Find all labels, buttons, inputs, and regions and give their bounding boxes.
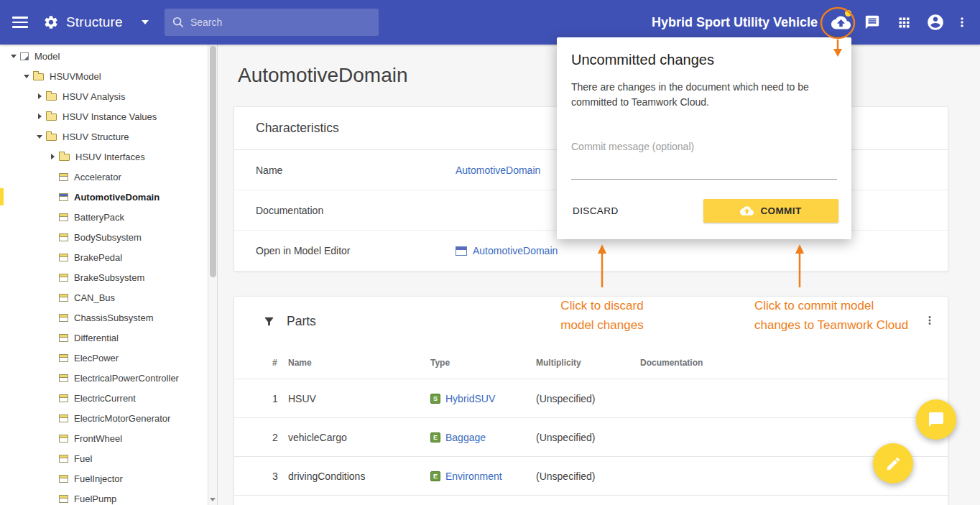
block-icon xyxy=(59,213,68,221)
commit-message-placeholder: Commit message (optional) xyxy=(571,141,694,152)
part-type-link[interactable]: HybridSUV xyxy=(445,393,495,404)
tree-item-brakesubsystem[interactable]: BrakeSubsystem xyxy=(0,267,208,287)
tree-item-brakepedal[interactable]: BrakePedal xyxy=(0,247,208,267)
tree-item-label: BrakeSubsystem xyxy=(74,272,144,283)
model-tree: ModelHSUVModelHSUV AnalysisHSUV Instance… xyxy=(0,45,208,505)
collapsed-arrow-icon[interactable] xyxy=(46,154,59,159)
tree-item-bodysubsystem[interactable]: BodySubsystem xyxy=(0,227,208,247)
parts-header: Parts xyxy=(234,297,948,346)
collapsed-arrow-icon[interactable] xyxy=(33,113,46,119)
tree-item-label: ElectricalPowerController xyxy=(74,373,179,384)
commit-message-field[interactable]: Commit message (optional) xyxy=(571,141,837,180)
tree-item-label: FuelPump xyxy=(74,494,116,504)
tree-item-fuel[interactable]: Fuel xyxy=(0,448,208,468)
tree-item-label: Accelerator xyxy=(74,172,121,182)
sidebar-scrollbar[interactable] xyxy=(208,45,217,505)
gear-icon xyxy=(43,14,59,30)
tree-item-hsuv-structure[interactable]: HSUV Structure xyxy=(0,126,208,147)
tree-item-label: HSUV Structure xyxy=(63,131,129,142)
block-icon xyxy=(59,314,68,322)
tree-item-model[interactable]: Model xyxy=(0,46,208,66)
tree-item-electriccurrent[interactable]: ElectricCurrent xyxy=(0,388,208,408)
view-switcher[interactable]: Structure xyxy=(43,14,149,30)
block-icon xyxy=(59,414,68,422)
comments-button[interactable] xyxy=(856,6,888,38)
kebab-icon xyxy=(955,15,969,29)
tree-item-label: Model xyxy=(34,51,60,62)
document-title: Hybrid Sport Utility Vehicle xyxy=(652,15,818,30)
parts-menu-button[interactable] xyxy=(919,310,940,331)
tree-item-hsuv-instance-values[interactable]: HSUV Instance Values xyxy=(0,106,208,126)
menu-button[interactable] xyxy=(4,6,36,38)
tree-item-label: AutomotiveDomain xyxy=(74,192,160,203)
uncommitted-changes-button[interactable] xyxy=(825,6,856,38)
value-link[interactable]: AutomotiveDomain xyxy=(456,165,540,176)
tree-item-label: FuelInjector xyxy=(74,473,123,484)
part-multiplicity: (Unspecified) xyxy=(536,432,640,443)
block-icon xyxy=(59,334,68,342)
search-icon xyxy=(172,16,185,29)
type-icon: E xyxy=(430,432,440,443)
value-link[interactable]: AutomotiveDomain xyxy=(473,245,558,256)
part-name: vehicleCargo xyxy=(288,432,430,443)
chat-icon xyxy=(864,14,880,30)
folder-icon xyxy=(33,73,44,80)
edit-fab[interactable] xyxy=(873,443,913,483)
tree-item-differential[interactable]: Differential xyxy=(0,328,208,348)
tree-item-electricalpowercontroller[interactable]: ElectricalPowerController xyxy=(0,368,208,388)
part-type-link[interactable]: Environment xyxy=(445,471,502,482)
tree-item-label: ElecPower xyxy=(74,353,119,363)
part-row: 1HSUVSHybridSUV(Unspecified) xyxy=(234,379,948,418)
changes-badge xyxy=(845,10,851,17)
tree-item-can-bus[interactable]: CAN_Bus xyxy=(0,287,208,307)
apps-grid-icon xyxy=(897,15,912,30)
account-button[interactable] xyxy=(920,6,951,38)
block-icon xyxy=(59,274,68,282)
part-type-link[interactable]: Baggage xyxy=(445,432,486,443)
discard-button[interactable]: DISCARD xyxy=(571,200,620,222)
characteristic-label: Open in Model Editor xyxy=(256,245,456,256)
tree-item-fuelpump[interactable]: FuelPump xyxy=(0,488,208,505)
expanded-arrow-icon[interactable] xyxy=(20,75,33,78)
tree-item-label: BrakePedal xyxy=(74,252,122,263)
tree-item-frontwheel[interactable]: FrontWheel xyxy=(0,428,208,448)
scroll-down-button[interactable] xyxy=(208,494,217,504)
parts-table-body: 1HSUVSHybridSUV(Unspecified)2vehicleCarg… xyxy=(234,379,948,496)
search-box[interactable] xyxy=(165,9,379,36)
tree-item-hsuv-analysis[interactable]: HSUV Analysis xyxy=(0,86,208,106)
model-editor-icon xyxy=(456,246,467,256)
parts-title: Parts xyxy=(287,314,316,329)
folder-icon xyxy=(46,134,57,141)
expanded-arrow-icon[interactable] xyxy=(33,135,46,139)
commit-button[interactable]: COMMIT xyxy=(703,199,838,223)
type-icon: E xyxy=(430,471,440,481)
part-row: 2vehicleCargoEBaggage(Unspecified) xyxy=(234,418,948,457)
comments-fab[interactable] xyxy=(916,399,956,440)
tree-item-fuelinjector[interactable]: FuelInjector xyxy=(0,468,208,488)
parts-card: Parts #NameTypeMultiplicityDocumentation… xyxy=(234,296,948,505)
tree-item-hsuv-interfaces[interactable]: HSUV Interfaces xyxy=(0,147,208,167)
characteristic-value: AutomotiveDomain xyxy=(456,165,540,176)
kebab-icon xyxy=(923,314,936,327)
block-icon xyxy=(59,394,68,402)
view-label: Structure xyxy=(66,14,123,30)
part-number: 1 xyxy=(272,393,288,404)
expanded-arrow-icon[interactable] xyxy=(7,55,20,58)
tree-item-hsuvmodel[interactable]: HSUVModel xyxy=(0,66,208,86)
scrollbar-thumb[interactable] xyxy=(210,46,216,277)
tree-item-electricmotorgenerator[interactable]: ElectricMotorGenerator xyxy=(0,408,208,428)
commit-cloud-icon xyxy=(740,204,754,218)
tree-item-accelerator[interactable]: Accelerator xyxy=(0,167,208,187)
folder-icon xyxy=(59,154,70,161)
collapsed-arrow-icon[interactable] xyxy=(33,93,46,99)
tree-item-chassissubsystem[interactable]: ChassisSubsystem xyxy=(0,307,208,328)
part-multiplicity: (Unspecified) xyxy=(536,471,640,482)
apps-button[interactable] xyxy=(888,6,920,38)
tree-item-batterypack[interactable]: BatteryPack xyxy=(0,207,208,227)
block-icon xyxy=(59,254,68,261)
search-input[interactable] xyxy=(190,17,363,28)
tree-item-elecpower[interactable]: ElecPower xyxy=(0,348,208,368)
more-options-button[interactable] xyxy=(951,6,973,38)
tree-item-label: BatteryPack xyxy=(74,212,124,223)
tree-item-automotivedomain[interactable]: AutomotiveDomain xyxy=(0,187,208,207)
